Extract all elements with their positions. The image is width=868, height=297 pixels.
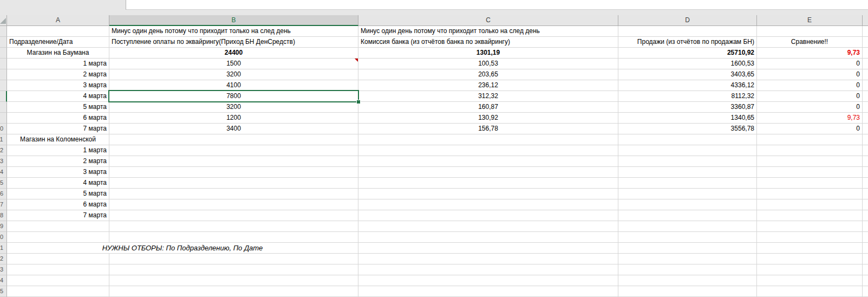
cell-C23[interactable] — [358, 264, 618, 275]
cell-C11[interactable] — [358, 134, 618, 145]
cell-B4[interactable]: 1500 — [109, 59, 358, 69]
cell-D4[interactable]: 1600,53 — [618, 59, 757, 69]
cell-F10-sliver[interactable] — [863, 124, 868, 134]
cell-A8[interactable]: 5 марта — [7, 102, 109, 113]
row-header-9[interactable]: 9 — [0, 113, 7, 124]
row-header-16[interactable]: 16 — [0, 189, 7, 199]
row-header-23[interactable]: 23 — [0, 264, 7, 275]
row-header-13[interactable]: 13 — [0, 156, 7, 167]
cell-D23[interactable] — [618, 264, 757, 275]
cell-E11[interactable] — [757, 134, 863, 145]
cell-C19[interactable] — [358, 221, 618, 232]
cell-F6-sliver[interactable] — [863, 80, 868, 91]
row-header-14[interactable]: 14 — [0, 167, 7, 178]
cell-E23[interactable] — [757, 264, 863, 275]
cell-A15[interactable]: 4 марта — [7, 178, 109, 189]
cell-B20[interactable] — [109, 232, 358, 243]
row-header-17[interactable]: 17 — [0, 199, 7, 210]
cell-C10[interactable]: 156,78 — [358, 124, 618, 134]
cell-D7[interactable]: 8112,32 — [618, 91, 757, 102]
cell-A20[interactable] — [7, 232, 109, 243]
formula-bar[interactable] — [126, 0, 868, 10]
cell-B9[interactable]: 1200 — [109, 113, 358, 124]
cell-A18[interactable]: 7 марта — [7, 210, 109, 221]
row-header-2[interactable]: 2 — [0, 37, 7, 48]
cell-D6[interactable]: 4336,12 — [618, 80, 757, 91]
cell-E7[interactable]: 0 — [757, 91, 863, 102]
cell-C24[interactable] — [358, 275, 618, 286]
cell-C12[interactable] — [358, 145, 618, 156]
cell-A23[interactable] — [7, 264, 109, 275]
cell-F22-sliver[interactable] — [863, 254, 868, 264]
cell-C5[interactable]: 203,65 — [358, 69, 618, 80]
column-header-C[interactable]: C — [358, 15, 618, 26]
cell-E9[interactable]: 9,73 — [757, 113, 863, 124]
row-header-22[interactable]: 22 — [0, 254, 7, 264]
cell-B14[interactable] — [109, 167, 358, 178]
cell-C18[interactable] — [358, 210, 618, 221]
cell-F5-sliver[interactable] — [863, 69, 868, 80]
row-header-3[interactable]: 3 — [0, 48, 7, 59]
cell-A19[interactable] — [7, 221, 109, 232]
cell-E20[interactable] — [757, 232, 863, 243]
cell-D25[interactable] — [618, 286, 757, 297]
cell-A9[interactable]: 6 марта — [7, 113, 109, 124]
column-header-B[interactable]: B — [109, 15, 358, 26]
cell-F12-sliver[interactable] — [863, 145, 868, 156]
cell-C2[interactable]: Комиссия банка (из отчётов банка по эква… — [358, 37, 618, 48]
cell-D22[interactable] — [618, 254, 757, 264]
cell-D13[interactable] — [618, 156, 757, 167]
cell-E25[interactable] — [757, 286, 863, 297]
cell-C8[interactable]: 160,87 — [358, 102, 618, 113]
cell-E22[interactable] — [757, 254, 863, 264]
cell-E15[interactable] — [757, 178, 863, 189]
cell-A25[interactable] — [7, 286, 109, 297]
cell-E16[interactable] — [757, 189, 863, 199]
cell-D10[interactable]: 3556,78 — [618, 124, 757, 134]
cell-B6[interactable]: 4100 — [109, 80, 358, 91]
cell-E1[interactable] — [757, 26, 863, 37]
cell-B7[interactable]: 7800 — [109, 91, 358, 102]
cell-F4-sliver[interactable] — [863, 59, 868, 69]
name-box-area[interactable] — [0, 0, 126, 10]
cell-F24-sliver[interactable] — [863, 275, 868, 286]
cell-A2[interactable]: Подразделение/Дата — [7, 37, 109, 48]
cell-D17[interactable] — [618, 199, 757, 210]
cell-F20-sliver[interactable] — [863, 232, 868, 243]
cell-D2[interactable]: Продажи (из отчётов по продажам БН) — [618, 37, 757, 48]
cell-E2[interactable]: Сравнение!! — [757, 37, 863, 48]
cell-F7-sliver[interactable] — [863, 91, 868, 102]
cell-B1[interactable]: Минус один день потому что приходит толь… — [109, 26, 358, 37]
cell-A4[interactable]: 1 марта — [7, 59, 109, 69]
cell-D16[interactable] — [618, 189, 757, 199]
cell-D19[interactable] — [618, 221, 757, 232]
cell-C25[interactable] — [358, 286, 618, 297]
cell-D3[interactable]: 25710,92 — [618, 48, 757, 59]
cell-E6[interactable]: 0 — [757, 80, 863, 91]
cell-D24[interactable] — [618, 275, 757, 286]
cell-E8[interactable]: 0 — [757, 102, 863, 113]
cell-B16[interactable] — [109, 189, 358, 199]
cell-F13-sliver[interactable] — [863, 156, 868, 167]
select-all-corner[interactable] — [0, 15, 7, 26]
cell-F23-sliver[interactable] — [863, 264, 868, 275]
cell-F17-sliver[interactable] — [863, 199, 868, 210]
cell-E13[interactable] — [757, 156, 863, 167]
cell-B22[interactable] — [109, 254, 358, 264]
row-header-11[interactable]: 11 — [0, 134, 7, 145]
cell-A5[interactable]: 2 марта — [7, 69, 109, 80]
row-header-7[interactable]: 7 — [0, 91, 7, 102]
cell-E21[interactable] — [757, 243, 863, 254]
cell-F15-sliver[interactable] — [863, 178, 868, 189]
cell-B24[interactable] — [109, 275, 358, 286]
cell-C14[interactable] — [358, 167, 618, 178]
cell-B11[interactable] — [109, 134, 358, 145]
cell-C17[interactable] — [358, 199, 618, 210]
column-header-D[interactable]: D — [618, 15, 757, 26]
cell-D11[interactable] — [618, 134, 757, 145]
row-header-21[interactable]: 21 — [0, 243, 7, 254]
cell-F14-sliver[interactable] — [863, 167, 868, 178]
cell-A22[interactable] — [7, 254, 109, 264]
cell-F19-sliver[interactable] — [863, 221, 868, 232]
cell-F1-sliver[interactable] — [863, 26, 868, 37]
